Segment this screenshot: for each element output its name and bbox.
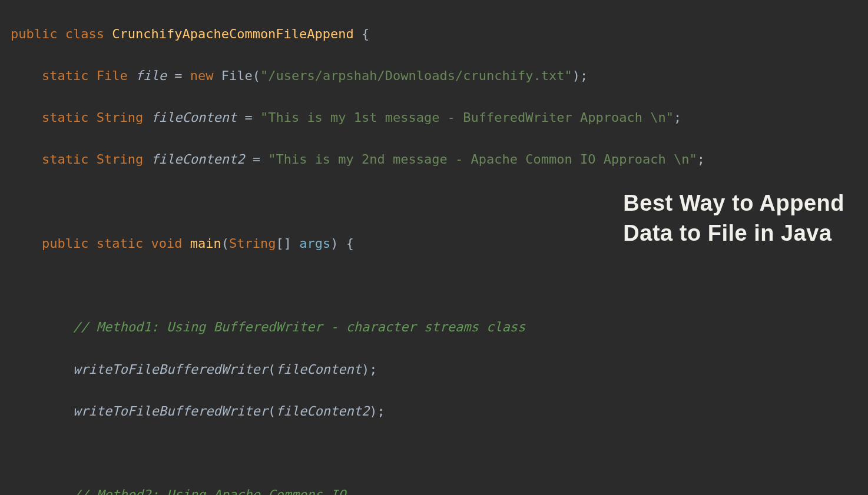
ctor-file: File xyxy=(221,68,253,83)
line-end: ; xyxy=(697,152,705,167)
arg-filecontent2: fileContent2 xyxy=(276,404,369,418)
op-eq: = xyxy=(174,68,182,83)
code-line-blank xyxy=(11,443,868,464)
paren-open: ( xyxy=(268,362,276,377)
method-main: main xyxy=(190,236,221,251)
type-string: String xyxy=(229,236,276,251)
class-name: CrunchifyApacheCommonFileAppend xyxy=(112,26,354,41)
brace-open: { xyxy=(346,236,354,251)
paren-open: ( xyxy=(268,404,276,418)
op-eq: = xyxy=(253,152,260,167)
paren-close: ); xyxy=(369,404,385,418)
var-filecontent: fileContent xyxy=(151,110,237,125)
code-line: writeToFileBufferedWriter(fileContent2); xyxy=(11,401,868,422)
keyword-class: class xyxy=(65,26,104,41)
var-file: file xyxy=(135,68,167,83)
type-string: String xyxy=(97,110,143,125)
line-end: ; xyxy=(674,110,681,125)
keyword-new: new xyxy=(190,68,214,83)
code-line: writeToFileBufferedWriter(fileContent); xyxy=(11,359,868,380)
string-literal: "This is my 1st message - BufferedWriter… xyxy=(260,110,674,125)
brace-open: { xyxy=(362,26,369,41)
keyword-static: static xyxy=(42,152,88,167)
paren-close: ); xyxy=(362,362,377,377)
var-filecontent2: fileContent2 xyxy=(151,152,244,167)
code-line: public class CrunchifyApacheCommonFileAp… xyxy=(11,24,868,45)
op-eq: = xyxy=(244,110,252,125)
call-writebuffered: writeToFileBufferedWriter xyxy=(73,404,268,418)
line-end: ); xyxy=(572,68,588,83)
string-literal: "/users/arpshah/Downloads/crunchify.txt" xyxy=(260,68,572,83)
keyword-static: static xyxy=(42,68,88,83)
paren-open: ( xyxy=(221,236,229,251)
paren-close: ) xyxy=(330,236,338,251)
call-writebuffered: writeToFileBufferedWriter xyxy=(73,362,268,377)
param-args: args xyxy=(299,236,330,251)
keyword-static: static xyxy=(42,110,88,125)
overlay-title: Best Way to Append Data to File in Java xyxy=(623,188,844,249)
code-line: // Method2: Using Apache Commons IO xyxy=(11,484,868,495)
code-line-blank xyxy=(11,275,868,296)
code-line: static File file = new File("/users/arps… xyxy=(11,65,868,87)
array-brackets: [] xyxy=(276,236,291,251)
keyword-public: public xyxy=(42,236,88,251)
arg-filecontent: fileContent xyxy=(276,362,362,377)
type-string: String xyxy=(97,152,143,167)
keyword-void: void xyxy=(151,236,182,251)
code-line: static String fileContent = "This is my … xyxy=(11,107,868,128)
comment-method2: // Method2: Using Apache Commons IO xyxy=(73,487,346,495)
code-line: static String fileContent2 = "This is my… xyxy=(11,149,868,170)
comment-method1: // Method1: Using BufferedWriter - chara… xyxy=(73,320,525,334)
overlay-line1: Best Way to Append xyxy=(623,188,844,218)
string-literal: "This is my 2nd message - Apache Common … xyxy=(268,152,697,167)
type-file: File xyxy=(97,68,128,83)
keyword-public: public xyxy=(11,26,57,41)
code-line: // Method1: Using BufferedWriter - chara… xyxy=(11,317,868,338)
overlay-line2: Data to File in Java xyxy=(623,218,844,248)
keyword-static: static xyxy=(97,236,143,251)
